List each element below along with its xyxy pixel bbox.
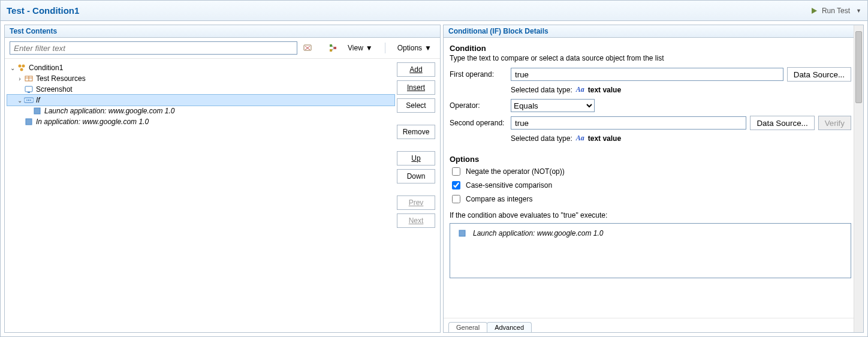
in-app-icon bbox=[24, 117, 34, 127]
condition-icon bbox=[17, 63, 26, 73]
svg-rect-23 bbox=[459, 230, 465, 236]
svg-point-10 bbox=[22, 65, 25, 68]
details-header: Conditional (IF) Block Details bbox=[444, 25, 863, 38]
svg-rect-20 bbox=[28, 100, 29, 101]
next-button[interactable]: Next bbox=[397, 213, 435, 228]
second-datasource-button[interactable]: Data Source... bbox=[750, 116, 814, 130]
second-dt-value: text value bbox=[588, 134, 621, 143]
second-operand-input[interactable] bbox=[511, 116, 746, 130]
execute-item[interactable]: Launch application: www.google.com 1.0 bbox=[457, 228, 843, 238]
svg-point-19 bbox=[30, 100, 31, 101]
expand-icon[interactable]: › bbox=[16, 76, 24, 82]
second-operand-label: Second operand: bbox=[450, 119, 507, 127]
section-options: Options bbox=[450, 155, 851, 164]
tree-item-launch[interactable]: Launch application: www.google.com 1.0 bbox=[7, 106, 394, 116]
text-type-icon: Aa bbox=[576, 134, 584, 143]
tree-item-root[interactable]: ⌄ Condition1 bbox=[7, 62, 394, 73]
resources-icon bbox=[24, 74, 34, 83]
tree-item-if[interactable]: ⌄ If bbox=[7, 95, 394, 106]
insert-button[interactable]: Insert bbox=[397, 80, 435, 95]
first-datasource-button[interactable]: Data Source... bbox=[787, 67, 851, 82]
operator-label: Operator: bbox=[450, 101, 507, 110]
body: Test Contents View ▼ Options ▼ bbox=[1, 21, 867, 336]
svg-marker-0 bbox=[812, 8, 817, 14]
window-title: Test - Condition1 bbox=[7, 5, 810, 16]
select-button[interactable]: Select bbox=[397, 98, 435, 113]
svg-rect-22 bbox=[26, 119, 32, 125]
test-contents-panel: Test Contents View ▼ Options ▼ bbox=[4, 25, 441, 333]
tab-advanced[interactable]: Advanced bbox=[487, 322, 532, 332]
run-test-label: Run Test bbox=[822, 7, 850, 15]
svg-point-9 bbox=[19, 65, 22, 68]
svg-rect-6 bbox=[334, 47, 336, 49]
tab-general[interactable]: General bbox=[448, 322, 487, 332]
case-label: Case-sensitive comparison bbox=[466, 181, 552, 189]
text-type-icon: Aa bbox=[576, 85, 584, 94]
tree-item-resources[interactable]: › Test Resources bbox=[7, 73, 394, 84]
selected-dt-label: Selected data type: bbox=[511, 86, 572, 94]
clear-filter-icon[interactable] bbox=[302, 43, 313, 53]
row-operator: Operator: Equals bbox=[450, 99, 851, 112]
options-section: Options Negate the operator (NOT(op)) Ca… bbox=[450, 155, 851, 205]
svg-point-18 bbox=[26, 100, 28, 101]
operator-select[interactable]: Equals bbox=[511, 99, 595, 112]
verify-button[interactable]: Verify bbox=[818, 116, 851, 130]
first-dt-value: text value bbox=[588, 86, 621, 94]
launch-icon bbox=[457, 228, 467, 238]
play-icon bbox=[810, 7, 818, 15]
case-checkbox-row[interactable]: Case-sensitive comparison bbox=[450, 179, 851, 191]
negate-label: Negate the operator (NOT(op)) bbox=[466, 167, 565, 176]
screenshot-icon bbox=[24, 85, 34, 94]
tree-label: Test Resources bbox=[36, 74, 86, 83]
first-operand-label: First operand: bbox=[450, 70, 507, 79]
if-true-section: If the condition above evaluates to "tru… bbox=[450, 211, 851, 278]
tree-item-screenshot[interactable]: Screenshot bbox=[7, 84, 394, 95]
condition-hint: Type the text to compare or select a dat… bbox=[450, 54, 851, 62]
details-body: Condition Type the text to compare or se… bbox=[444, 38, 863, 318]
negate-checkbox-row[interactable]: Negate the operator (NOT(op)) bbox=[450, 166, 851, 177]
svg-rect-16 bbox=[28, 92, 30, 93]
view-dropdown[interactable]: View ▼ bbox=[344, 41, 376, 55]
execute-list[interactable]: Launch application: www.google.com 1.0 bbox=[450, 223, 851, 278]
tree-item-in-app[interactable]: In application: www.google.com 1.0 bbox=[7, 116, 394, 127]
add-button[interactable]: Add bbox=[397, 62, 435, 77]
tree-label: Screenshot bbox=[36, 85, 73, 94]
separator bbox=[385, 43, 385, 53]
vertical-scrollbar[interactable] bbox=[854, 25, 863, 332]
svg-rect-5 bbox=[330, 49, 332, 52]
tree-label: If bbox=[36, 96, 40, 104]
collapse-icon[interactable]: ⌄ bbox=[16, 97, 24, 104]
test-tree[interactable]: ⌄ Condition1 › Test Resources bbox=[5, 59, 397, 332]
details-tabs: General Advanced bbox=[444, 318, 863, 332]
test-contents-header: Test Contents bbox=[5, 25, 440, 38]
title-bar: Test - Condition1 Run Test ▼ bbox=[1, 1, 867, 21]
first-datatype-line: Selected data type: Aa text value bbox=[511, 85, 851, 94]
case-checkbox[interactable] bbox=[452, 181, 460, 189]
row-second-operand: Second operand: Data Source... Verify bbox=[450, 116, 851, 130]
tree-label: In application: www.google.com 1.0 bbox=[36, 118, 149, 126]
int-checkbox[interactable] bbox=[452, 195, 460, 203]
int-checkbox-row[interactable]: Compare as integers bbox=[450, 193, 851, 205]
collapse-icon[interactable]: ⌄ bbox=[8, 65, 17, 71]
app-window: Test - Condition1 Run Test ▼ Test Conten… bbox=[0, 0, 868, 337]
prev-button[interactable]: Prev bbox=[397, 195, 435, 210]
down-button[interactable]: Down bbox=[397, 169, 435, 183]
execute-item-label: Launch application: www.google.com 1.0 bbox=[473, 229, 603, 237]
negate-checkbox[interactable] bbox=[452, 167, 460, 176]
filter-input[interactable] bbox=[10, 41, 297, 55]
selected-dt-label: Selected data type: bbox=[511, 134, 572, 143]
up-button[interactable]: Up bbox=[397, 151, 435, 166]
tree-view-icon[interactable] bbox=[328, 43, 339, 53]
tree-action-buttons: Add Insert Select Remove Up Down Prev Ne… bbox=[397, 59, 440, 332]
view-label: View bbox=[348, 44, 363, 52]
svg-rect-15 bbox=[25, 86, 32, 92]
remove-button[interactable]: Remove bbox=[397, 125, 435, 139]
run-test-button[interactable]: Run Test ▼ bbox=[810, 7, 861, 15]
scrollbar-thumb[interactable] bbox=[855, 31, 862, 103]
if-block-icon bbox=[24, 95, 34, 105]
second-datatype-line: Selected data type: Aa text value bbox=[511, 134, 851, 143]
first-operand-input[interactable] bbox=[511, 68, 783, 81]
svg-rect-4 bbox=[330, 44, 332, 47]
options-dropdown[interactable]: Options ▼ bbox=[394, 41, 435, 55]
svg-point-11 bbox=[20, 68, 23, 71]
